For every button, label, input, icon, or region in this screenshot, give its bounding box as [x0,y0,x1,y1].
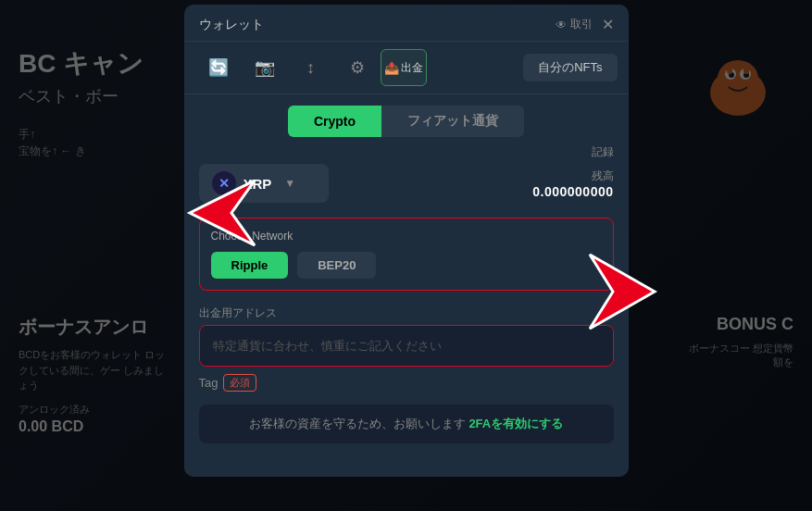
type-toggle: Crypto フィアット通貨 [199,106,614,137]
tag-label: Tag [199,376,219,390]
tfa-notice: お客様の資産を守るため、お願いします 2FAを有効にする [199,405,614,443]
withdraw-label: 📤 [384,61,399,75]
records-label[interactable]: 記録 [592,144,614,160]
arrow-right [581,245,701,351]
address-input[interactable] [200,326,613,366]
records-row: 記録 [184,144,629,160]
tab-qr[interactable]: 📷 [242,49,288,86]
tag-row: Tag 必須 [184,367,629,399]
tab-deposit[interactable]: 🔄 [195,49,242,86]
fiat-tab[interactable]: フィアット通貨 [381,106,524,137]
address-input-wrapper [199,325,614,367]
withdraw-text: 出金 [401,60,423,76]
tfa-text: お客様の資産を守るため、お願いします [249,417,469,430]
qr-icon: 📷 [255,57,275,78]
transaction-link[interactable]: 👁 取引 [556,17,593,32]
required-badge: 必須 [223,374,256,392]
chevron-down-icon: ▼ [284,177,295,190]
settings-icon: ⚙ [350,57,365,78]
network-label: Choose Network [211,230,602,243]
transfer-icon: ↕ [306,58,315,78]
tab-settings[interactable]: ⚙ [334,49,381,86]
balance-label: 残高 [532,168,613,184]
crypto-tab[interactable]: Crypto [288,106,381,137]
svg-marker-8 [190,181,255,245]
tab-transfer[interactable]: ↕ [288,49,334,86]
tfa-link[interactable]: 2FAを有効にする [468,417,563,430]
network-buttons: Ripple BEP20 [211,252,602,279]
network-bep20[interactable]: BEP20 [297,252,376,279]
close-button[interactable]: ✕ [602,16,614,33]
modal-header: ウォレット 👁 取引 ✕ [184,5,629,42]
svg-marker-9 [590,255,655,329]
transaction-label: 取引 [570,17,593,32]
modal-title: ウォレット [199,17,264,33]
nft-button[interactable]: 自分のNFTs [523,54,617,81]
balance-amount: 0.000000000 [532,184,613,199]
modal-header-actions: 👁 取引 ✕ [556,16,614,33]
balance-area: 残高 0.000000000 [532,168,613,199]
eye-icon: 👁 [556,19,567,31]
modal-icon-tabs: 🔄 📷 ↕ ⚙ 📤 出金 自分のNFTs [184,42,629,94]
deposit-icon: 🔄 [208,57,229,78]
tab-withdraw[interactable]: 📤 出金 [381,49,427,86]
address-field-label: 出金用アドレス [184,298,629,325]
arrow-left [144,171,264,268]
